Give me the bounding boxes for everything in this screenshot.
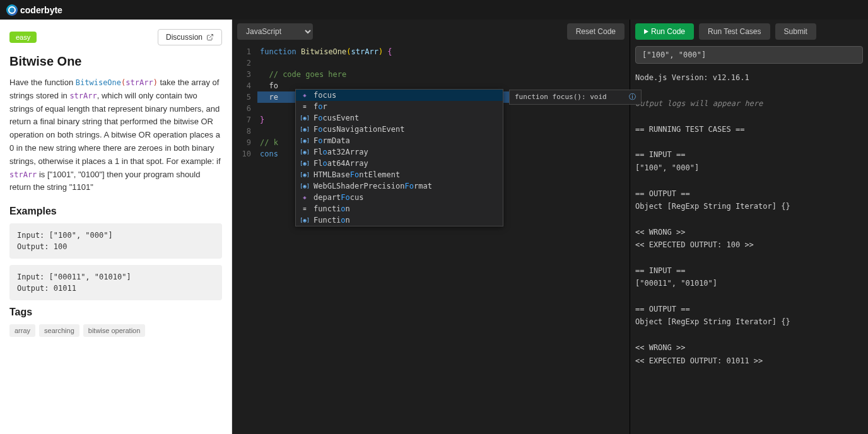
autocomplete-signature: function focus(): void ⓘ [509,90,642,105]
info-icon[interactable]: ⓘ [629,91,636,103]
run-code-button[interactable]: Run Code [635,23,694,40]
logo-text: coderbyte [20,5,62,15]
examples-heading: Examples [9,206,222,217]
tag[interactable]: array [9,324,35,337]
tags-heading: Tags [9,307,222,318]
language-select[interactable]: JavaScript [237,23,313,40]
external-link-icon [206,33,214,41]
var-icon: [◉] [300,125,310,134]
reset-code-button[interactable]: Reset Code [567,23,625,40]
autocomplete-item[interactable]: ≡function [296,203,503,214]
autocomplete-label: Float32Array [314,146,499,158]
var-icon: [◉] [300,148,310,156]
keyword-icon: ≡ [300,102,310,111]
example-2: Input: ["00011", "01010"] Output: 01011 [9,265,222,300]
output-toolbar: Run Code Run Test Cases Submit [635,23,863,40]
autocomplete-item[interactable]: [◉]FocusEvent [296,112,503,124]
tag[interactable]: searching [39,324,79,337]
autocomplete-label: Float64Array [314,158,499,169]
method-icon: ◈ [300,193,310,202]
autocomplete-item[interactable]: ≡for [296,101,503,112]
autocomplete-label: departFocus [314,192,499,203]
var-icon: [◉] [300,182,310,191]
code-content[interactable]: function BitwiseOne(strArr) { // code go… [257,44,630,434]
play-icon [644,29,648,34]
test-input-preview[interactable]: ["100", "000"] [635,46,863,64]
discussion-label: Discussion [166,33,202,42]
problem-description: Have the function BitwiseOne(strArr) tak… [9,76,222,194]
autocomplete-item[interactable]: [◉]Function [296,214,503,226]
autocomplete-label: FocusEvent [314,112,499,124]
output-console: Node.js Version: v12.16.1 output logs wi… [635,71,863,367]
autocomplete-label: WebGLShaderPrecisionFormat [314,180,499,192]
logo[interactable]: coderbyte [6,4,62,16]
app-header: coderbyte [0,0,868,20]
var-icon: [◉] [300,170,310,179]
autocomplete-label: FormData [314,135,499,146]
autocomplete-item[interactable]: [◉]FormData [296,135,503,146]
logo-icon [6,4,18,16]
problem-panel: easy Discussion Bitwise One Have the fun… [0,20,232,434]
autocomplete-label: function [314,203,499,214]
editor-toolbar: JavaScript Reset Code [232,20,630,44]
autocomplete-label: Function [314,214,499,226]
example-1: Input: ["100", "000"] Output: 100 [9,223,222,259]
autocomplete-popup[interactable]: function focus(): void ⓘ ◈focus≡for[◉]Fo… [295,89,503,226]
keyword-icon: ≡ [300,204,310,213]
autocomplete-label: FocusNavigationEvent [314,124,499,135]
output-panel: Run Code Run Test Cases Submit ["100", "… [630,20,868,434]
autocomplete-item[interactable]: ◈departFocus [296,192,503,203]
run-tests-button[interactable]: Run Test Cases [699,23,770,40]
submit-button[interactable]: Submit [775,23,816,40]
autocomplete-label: focus [314,90,499,101]
method-icon: ◈ [300,91,310,100]
var-icon: [◉] [300,136,310,145]
difficulty-badge: easy [9,32,37,43]
autocomplete-item[interactable]: [◉]Float32Array [296,146,503,158]
autocomplete-item[interactable]: [◉]Float64Array [296,158,503,169]
tags-container: array searching bitwise operation [9,324,222,337]
run-code-label: Run Code [651,27,685,36]
autocomplete-item[interactable]: [◉]HTMLBaseFontElement [296,169,503,180]
autocomplete-label: for [314,101,499,112]
svg-line-0 [209,35,213,38]
tag[interactable]: bitwise operation [83,324,146,337]
var-icon: [◉] [300,216,310,225]
line-gutter: 12345678910 [232,44,257,434]
autocomplete-item[interactable]: [◉]FocusNavigationEvent [296,124,503,135]
autocomplete-item[interactable]: ◈focus [296,90,503,101]
var-icon: [◉] [300,159,310,168]
autocomplete-label: HTMLBaseFontElement [314,169,499,180]
discussion-button[interactable]: Discussion [158,29,222,45]
autocomplete-item[interactable]: [◉]WebGLShaderPrecisionFormat [296,180,503,192]
var-icon: [◉] [300,114,310,122]
problem-title: Bitwise One [9,54,222,69]
editor-panel: JavaScript Reset Code 12345678910 functi… [232,20,630,434]
code-editor[interactable]: 12345678910 function BitwiseOne(strArr) … [232,44,630,434]
